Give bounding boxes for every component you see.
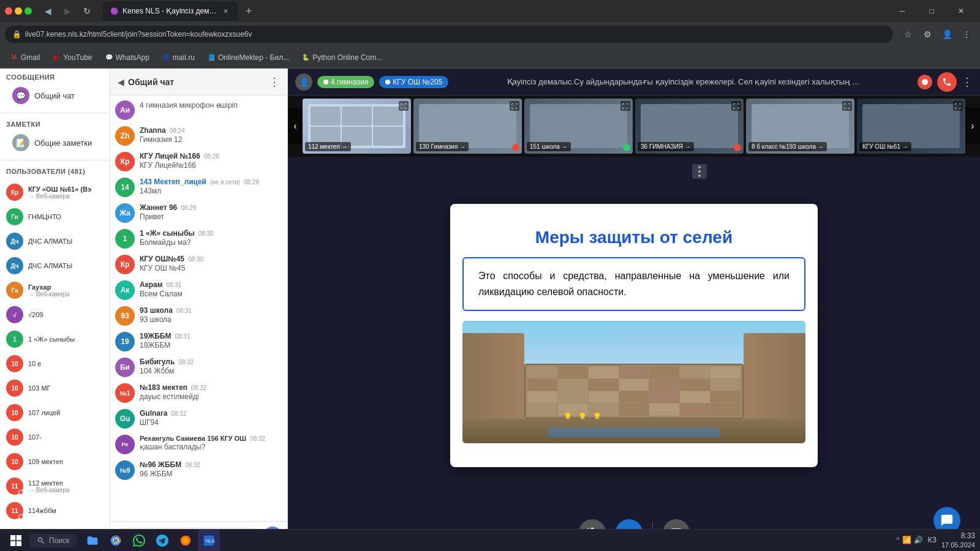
video-area: 👤 4 гимназия КГУ ОШ №205 Қауіпсіз демалы…	[288, 69, 980, 551]
chat-avatar: №9	[115, 460, 135, 480]
taskbar-search[interactable]: Поиск	[29, 534, 77, 547]
window-controls: ─ □ ✕	[888, 1, 975, 21]
chat-msg-name: №183 мектеп	[140, 383, 187, 392]
thumb-expand-5[interactable]: ⛶	[842, 101, 852, 111]
stone	[649, 403, 679, 415]
user-112mektep[interactable]: 11 112 мектеп → Веб-камера	[0, 474, 110, 498]
user-112-indicator	[18, 490, 23, 495]
user-gaukhar[interactable]: Га Гаухар → Веб-камера	[0, 278, 110, 302]
worker-hat-3	[595, 413, 600, 418]
slide-options-button[interactable]	[692, 164, 707, 179]
thumbnail-112mektep[interactable]: ⛶ 112 мектеп →	[303, 99, 411, 154]
stone	[710, 379, 741, 391]
window-minimize[interactable]	[5, 7, 12, 15]
user-209[interactable]: √ √209	[0, 302, 110, 327]
bookmark-gmail[interactable]: M Gmail	[5, 51, 45, 64]
restore-button[interactable]: □	[918, 1, 946, 21]
end-call-button[interactable]	[937, 72, 957, 92]
thumb-nav-left[interactable]: ‹	[288, 108, 303, 144]
user-103mg[interactable]: 10 103 МГ	[0, 376, 110, 400]
user-114[interactable]: 11 114жббм	[0, 498, 110, 523]
taskbar-app-chrome[interactable]	[105, 530, 127, 552]
chat-msg-time: 08:32	[191, 384, 206, 391]
start-button[interactable]	[5, 532, 27, 549]
extensions-button[interactable]: ⚙	[919, 26, 936, 43]
chat-msg-time: 08:26	[204, 153, 219, 160]
taskbar-app-whatsapp[interactable]	[128, 530, 150, 552]
badge-4gymnasium[interactable]: 4 гимназия	[317, 76, 374, 88]
chat-avatar: 93	[115, 306, 135, 326]
bookmark-python-label: Python Online Com...	[312, 53, 382, 62]
bookmark-onlinemektep[interactable]: 📘 OnlineMektep - Бил...	[202, 51, 294, 64]
thumbnail-130gymnasium[interactable]: ⛶ 130 Гимназия →	[413, 99, 522, 154]
record-dot	[922, 79, 928, 85]
user-dchs2[interactable]: Дч ДЧС АЛМАТЫ	[0, 253, 110, 278]
thumb-expand-1[interactable]: ⛶	[399, 101, 409, 111]
user-112-name: 112 мектеп	[28, 479, 70, 487]
address-bar[interactable]: 🔒 live07.kenes.nls.kz/html5client/join?s…	[5, 26, 893, 43]
bookmark-python[interactable]: 🐍 Python Online Com...	[296, 51, 387, 64]
user-1zh[interactable]: 1 1 «Ж» сыныбы	[0, 327, 110, 351]
bookmark-youtube[interactable]: ▶ YouTube	[47, 51, 97, 64]
thumb-expand-6[interactable]: ⛶	[953, 101, 963, 111]
taskbar-app-telegram[interactable]	[151, 530, 173, 552]
bookmark-gmail-label: Gmail	[21, 53, 40, 62]
user-107[interactable]: 10 107-	[0, 425, 110, 449]
back-button[interactable]: ◀	[39, 2, 56, 20]
new-tab-button[interactable]: +	[240, 2, 257, 20]
user-10e[interactable]: 10 10 е	[0, 351, 110, 376]
taskbar-app-firefox[interactable]	[175, 530, 197, 552]
chat-msg-body: №96 ЖББМ 08:32 96 ЖББМ	[140, 460, 282, 480]
thumb-nav-right[interactable]: ›	[965, 108, 980, 144]
badge-kgu205[interactable]: КГУ ОШ №205	[379, 76, 448, 88]
user-107lycee[interactable]: 10 107 лицей	[0, 400, 110, 425]
chat-back-button[interactable]: ◀	[118, 77, 124, 87]
user-dchs1[interactable]: Дч ДЧС АЛМАТЫ	[0, 229, 110, 253]
tab-close-button[interactable]: ✕	[221, 6, 230, 16]
stone	[619, 379, 649, 391]
rock-right	[744, 333, 805, 431]
user-kgu-osh61[interactable]: Кр КГУ «ОШ №61» (Вэ → Веб-камера	[0, 180, 110, 204]
forward-button[interactable]: ▶	[59, 2, 76, 20]
taskbar-app-explorer[interactable]	[81, 530, 104, 552]
user-103mg-avatar: 10	[6, 380, 23, 397]
thumbnail-kgu61[interactable]: ⛶ КГУ ОШ №61 →	[857, 99, 965, 154]
user-109mektep[interactable]: 10 109 мектеп	[0, 449, 110, 474]
menu-dot-2	[698, 170, 701, 173]
thumb-expand-3[interactable]: ⛶	[620, 101, 630, 111]
thumb-expand-4[interactable]: ⛶	[731, 101, 741, 111]
thumb-expand-2[interactable]: ⛶	[510, 101, 519, 111]
reload-button[interactable]: ↻	[78, 2, 96, 20]
video-more-button[interactable]: ⋮	[962, 75, 973, 89]
telegram-icon	[156, 534, 168, 547]
chat-msg-text: 93 школа	[140, 315, 282, 324]
window-maximize[interactable]	[15, 7, 22, 15]
thumbnail-193school[interactable]: ⛶ 8 б класс №193 школа →	[746, 99, 854, 154]
left-sidebar: СООБЩЕНИЯ 💬 Общий чат ЗАМЕТКИ 📝 Общие за…	[0, 69, 110, 551]
chat-msg-name: Бибигуль	[140, 358, 175, 366]
thumbnail-36gymnasium[interactable]: ⛶ 36 ГИМНАЗИЯ →	[635, 99, 744, 154]
title-bar: ◀ ▶ ↻ 🟣 Kenes NLS - Қауіпсіз дема... ✕ +…	[0, 0, 980, 22]
chat-message: №1 №183 мектеп 08:32 дауыс естілмейді	[115, 383, 282, 403]
close-button[interactable]: ✕	[947, 1, 975, 21]
thumbnail-151school[interactable]: ⛶ 151 школа →	[524, 99, 633, 154]
taskbar-app-kenes[interactable]: NLS	[198, 530, 220, 552]
chat-avatar: Кр	[115, 152, 135, 171]
chat-msg-body: 4 гимназия микрофон өшіріп	[140, 100, 282, 120]
profile-button[interactable]: 👤	[938, 26, 956, 43]
menu-button[interactable]: ⋮	[958, 26, 975, 43]
bookmark-mail[interactable]: @ mail.ru	[157, 51, 200, 64]
chat-avatar: Ре	[115, 435, 135, 454]
bookmark-whatsapp[interactable]: 💬 WhatsApp	[100, 51, 154, 64]
sidebar-notes-item[interactable]: 📝 Общие заметки	[6, 130, 104, 155]
window-close[interactable]	[24, 7, 32, 15]
sidebar-chat-item[interactable]: 💬 Общий чат	[6, 83, 104, 108]
chat-message: Кр КГУ ОШ№45 08:30 КГУ ОШ №45	[115, 255, 282, 274]
stone	[710, 403, 741, 415]
chat-more-button[interactable]: ⋮	[269, 75, 280, 89]
active-tab[interactable]: 🟣 Kenes NLS - Қауіпсіз дема... ✕	[103, 1, 238, 21]
minimize-button[interactable]: ─	[888, 1, 916, 21]
bookmark-button[interactable]: ☆	[899, 26, 916, 43]
user-gnmcnto[interactable]: Гн ГНМЦНТО	[0, 204, 110, 229]
chat-avatar: 19	[115, 332, 135, 351]
